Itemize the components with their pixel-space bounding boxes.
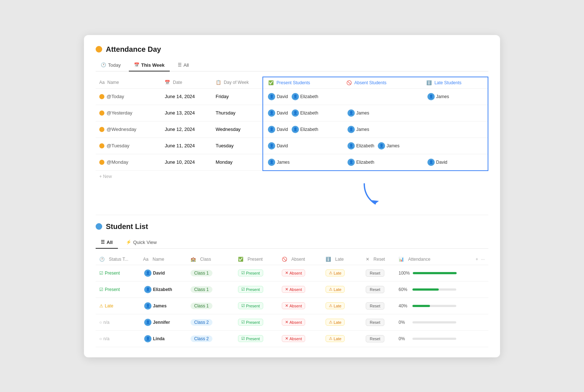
tab-today[interactable]: 🕐 Today — [96, 59, 126, 71]
present-action[interactable]: ☑ Present — [238, 335, 263, 342]
reset-button[interactable]: Reset — [366, 335, 384, 342]
tab2-all[interactable]: ☰ All — [96, 237, 118, 249]
absent-action[interactable]: ✕ Absent — [282, 286, 305, 293]
row-name-label: @Yesterday — [107, 110, 132, 116]
tab-all[interactable]: ☰ All — [173, 59, 194, 71]
late-action[interactable]: ⚠ Late — [326, 302, 345, 309]
student-name: 👤 James — [144, 302, 166, 310]
progress-container: 100% — [399, 271, 485, 276]
row-present: 👤David 👤Elizabeth — [263, 105, 343, 121]
tab-today-label: Today — [108, 62, 121, 68]
row-date: June 13, 2024 — [161, 105, 212, 121]
student-chip: 👤Elizabeth — [347, 159, 374, 166]
tab-this-week[interactable]: 📅 This Week — [129, 59, 170, 71]
more-icon[interactable]: ··· — [481, 257, 485, 262]
row-date: June 12, 2024 — [161, 121, 212, 137]
row-absent: 👤James — [343, 121, 423, 137]
absent-action[interactable]: ✕ Absent — [282, 319, 305, 326]
table-row: @Tuesday June 11, 2024 Tuesday 👤David 👤E… — [96, 137, 488, 154]
row-present: 👤David — [263, 137, 343, 154]
col-absent: 🚫 Absent Students — [343, 77, 423, 89]
reset-button[interactable]: Reset — [366, 319, 384, 326]
section2-title: Student List — [106, 222, 148, 231]
tab2-quick-view[interactable]: ⚡ Quick View — [121, 237, 162, 249]
student-chip: 👤David — [268, 109, 288, 117]
col-name2: Aa Name — [139, 254, 187, 265]
col-late: ℹ️ Late Students — [423, 77, 488, 89]
avatar: 👤 — [144, 335, 151, 342]
row-dot — [99, 127, 104, 132]
progress-bar-bg — [412, 338, 456, 340]
clock-icon: 🕐 — [101, 62, 106, 67]
student-chip: 👤James — [347, 109, 369, 117]
class-badge: Class 1 — [191, 270, 212, 276]
progress-bar-fill — [412, 305, 430, 307]
late-action[interactable]: ⚠ Late — [326, 286, 345, 293]
row-day: Monday — [212, 154, 263, 171]
col-reset: ✕ Reset — [362, 254, 395, 265]
row-dot — [99, 143, 104, 148]
avatar: 👤 — [144, 269, 151, 277]
status-badge: ○ n/a — [99, 320, 110, 325]
late-action[interactable]: ⚠ Late — [326, 335, 345, 342]
student-chip: 👤David — [268, 93, 288, 100]
present-action[interactable]: ☑ Present — [238, 302, 263, 309]
section1-title: Attendance Day — [106, 45, 161, 54]
row-absent: 👤James — [343, 105, 423, 121]
avatar: 👤 — [347, 159, 355, 166]
row-present: 👤David 👤Elizabeth — [263, 88, 343, 105]
row-name-label: @Monday — [107, 159, 128, 165]
row-date: June 10, 2024 — [161, 154, 212, 171]
row-late — [423, 105, 488, 121]
attendance-table: Aa Name 📅 Date 📋 Day of Week ✅ Present S… — [96, 77, 488, 171]
tab2-quick-view-label: Quick View — [133, 240, 157, 245]
calendar-icon: 📅 — [134, 62, 139, 67]
late-action[interactable]: ⚠ Late — [326, 269, 345, 276]
add-col-icon[interactable]: + — [476, 257, 478, 262]
present-action[interactable]: ☑ Present — [238, 286, 263, 293]
row-late — [423, 121, 488, 137]
avatar: 👤 — [268, 159, 275, 166]
reset-button[interactable]: Reset — [366, 269, 384, 277]
col-status: 🕐 Status T... — [96, 254, 139, 265]
new-label: + New — [99, 174, 112, 179]
student-chip: 👤David — [427, 159, 447, 166]
progress-pct: 0% — [399, 336, 410, 341]
col-name: Aa Name — [96, 77, 161, 89]
avatar: 👤 — [268, 109, 275, 117]
avatar: 👤 — [292, 109, 299, 117]
arrow-annotation — [96, 182, 415, 207]
student-chip: 👤Elizabeth — [292, 93, 318, 100]
avatar: 👤 — [292, 126, 299, 133]
progress-bar-bg — [412, 321, 456, 323]
present-action[interactable]: ☑ Present — [238, 269, 263, 276]
section1-header: Attendance Day — [96, 45, 488, 54]
new-row-button[interactable]: + New — [96, 171, 488, 182]
present-action[interactable]: ☑ Present — [238, 319, 263, 326]
row-late: 👤David — [423, 154, 488, 171]
main-container: Attendance Day 🕐 Today 📅 This Week ☰ All… — [84, 35, 500, 357]
late-action[interactable]: ⚠ Late — [326, 319, 345, 326]
list2-icon: ☰ — [101, 240, 105, 245]
student-chip: 👤Elizabeth — [292, 126, 318, 133]
absent-action[interactable]: ✕ Absent — [282, 302, 305, 309]
row-dot — [99, 94, 104, 99]
reset-button[interactable]: Reset — [366, 302, 384, 310]
check-icon: ☑ — [99, 271, 103, 276]
tab-all-label: All — [184, 62, 189, 68]
row-day: Friday — [212, 88, 263, 105]
absent-action[interactable]: ✕ Absent — [282, 335, 305, 342]
avatar: 👤 — [268, 142, 275, 150]
col-present2: ✅ Present — [234, 254, 278, 265]
col-late2: ℹ️ Late — [322, 254, 362, 265]
progress-bar-bg — [412, 288, 456, 291]
absent-action[interactable]: ✕ Absent — [282, 269, 305, 276]
class-badge: Class 1 — [191, 303, 212, 309]
reset-button[interactable]: Reset — [366, 286, 384, 293]
table-row: @Monday June 10, 2024 Monday 👤James 👤Eli… — [96, 154, 488, 171]
col-class: 🏫 Class — [187, 254, 234, 265]
student-table: 🕐 Status T... Aa Name 🏫 Class ✅ Present … — [96, 254, 488, 347]
student-name: 👤 David — [144, 269, 165, 277]
student-chip: 👤James — [427, 93, 449, 100]
student-chip: 👤Elizabeth — [347, 142, 374, 150]
